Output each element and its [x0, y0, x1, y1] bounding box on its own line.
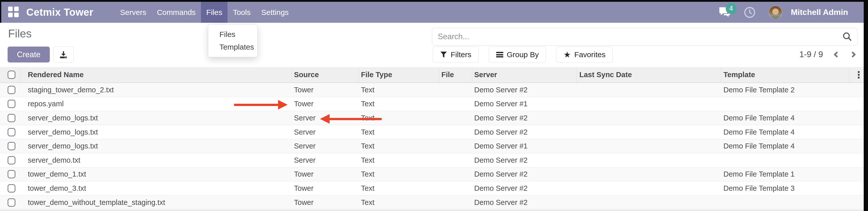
filters-button[interactable]: Filters [433, 47, 479, 63]
files-list-table: Rendered NameSourceFile TypeFileServerLa… [0, 67, 864, 209]
action-buttons: Create [8, 47, 73, 62]
dropdown-item-templates[interactable]: Templates [208, 41, 257, 53]
messages-button[interactable]: 4 [718, 6, 732, 19]
row-cell-server: Demo Server #2 [472, 83, 577, 97]
menu-item-settings[interactable]: Settings [256, 2, 294, 23]
header-cell-sync[interactable]: Last Sync Date [577, 67, 721, 83]
row-cell-spacer [849, 168, 864, 181]
row-checkbox[interactable] [8, 114, 16, 122]
row-cell-server: Demo Server #2 [472, 195, 577, 209]
page-title: Files [8, 27, 32, 40]
row-cell-spacer [849, 139, 864, 153]
row-cell-tmpl: Demo File Template 3 [721, 181, 849, 195]
row-cell-filetype: Text [359, 181, 439, 195]
row-checkbox[interactable] [8, 86, 16, 94]
files-dropdown-menu: FilesTemplates [208, 24, 257, 57]
apps-grid-square [8, 13, 13, 17]
user-avatar[interactable] [769, 6, 782, 19]
table-row[interactable]: server_demo_logs.txtServerTextDemo Serve… [0, 139, 864, 153]
top-navbar: Cetmix Tower ServersCommandsFilesToolsSe… [0, 2, 864, 23]
table-row[interactable]: server_demo_logs.txtServerTextDemo Serve… [0, 125, 864, 140]
dropdown-item-files[interactable]: Files [208, 28, 257, 41]
row-cell-source: Tower [292, 168, 359, 181]
pager-next-icon[interactable] [849, 51, 856, 57]
row-checkbox[interactable] [8, 184, 16, 192]
activities-icon[interactable] [743, 6, 756, 19]
menu-item-servers[interactable]: Servers [115, 2, 151, 23]
row-cell-source: Tower [292, 97, 359, 111]
app-brand[interactable]: Cetmix Tower [26, 7, 93, 18]
menu-item-files[interactable]: Files [201, 2, 227, 23]
row-cell-file [439, 139, 472, 153]
apps-grid-icon[interactable] [8, 7, 20, 18]
row-cell-sync [577, 139, 721, 153]
menu-item-tools[interactable]: Tools [227, 2, 256, 23]
row-cell-sync [577, 83, 721, 97]
screen: Cetmix Tower ServersCommandsFilesToolsSe… [0, 0, 868, 211]
row-checkbox[interactable] [8, 142, 16, 150]
row-cell-server: Demo Server #2 [472, 168, 577, 181]
favorites-button[interactable]: ★ Favorites [556, 47, 613, 63]
select-all-checkbox[interactable] [8, 70, 16, 79]
row-cell-tmpl: Demo File Template 1 [721, 168, 849, 181]
screen-right-border [864, 0, 868, 211]
row-cell-spacer [849, 97, 864, 111]
row-checkbox[interactable] [8, 198, 16, 207]
row-checkbox[interactable] [8, 128, 16, 137]
row-cell-source: Server [292, 153, 359, 167]
clock-icon [743, 6, 756, 19]
row-cell-tmpl: Demo File Template 4 [721, 111, 849, 125]
download-icon [59, 50, 68, 59]
row-cell-file [439, 168, 472, 181]
row-checkbox[interactable] [8, 100, 16, 108]
search-facets: Filters Group By ★ Favorites [433, 47, 613, 63]
table-row[interactable]: tower_demo_without_template_staging.txtT… [0, 195, 864, 210]
pager-previous-icon[interactable] [834, 51, 840, 57]
table-row[interactable]: staging_tower_demo_2.txtTowerTextDemo Se… [0, 83, 864, 97]
row-checkbox[interactable] [8, 170, 16, 178]
header-cell-server[interactable]: Server [472, 67, 577, 83]
row-cell-tmpl: Demo File Template 4 [721, 139, 849, 153]
search-input[interactable] [432, 28, 858, 46]
menu-item-commands[interactable]: Commands [152, 2, 201, 23]
messages-count-badge: 4 [726, 3, 737, 14]
user-menu[interactable]: Mitchell Admin [791, 8, 848, 17]
row-cell-name: repos.yaml [20, 97, 292, 111]
row-cell-filetype: Text [359, 153, 439, 167]
table-row[interactable]: tower_demo_3.txtTowerTextDemo Server #2D… [0, 181, 864, 195]
table-row[interactable]: server_demo.txtServerTextDemo Server #2 [0, 153, 864, 168]
row-cell-name: server_demo_logs.txt [20, 111, 292, 125]
header-cell-file[interactable]: File [439, 67, 472, 83]
header-cell-source[interactable]: Source [292, 67, 359, 83]
apps-grid-square [14, 7, 19, 11]
star-icon: ★ [563, 51, 571, 59]
header-cell-select-all [0, 67, 20, 83]
row-cell-source: Server [292, 111, 359, 125]
optional-columns-icon[interactable]: ⋮ [849, 67, 864, 83]
import-button[interactable] [53, 47, 73, 62]
row-checkbox[interactable] [8, 156, 16, 164]
header-cell-tmpl[interactable]: Template [721, 67, 849, 83]
table-row[interactable]: server_demo_logs.txtServerTextDemo Serve… [0, 111, 864, 125]
create-button[interactable]: Create [8, 47, 50, 62]
search-icon[interactable] [842, 31, 852, 42]
row-cell-select [0, 195, 20, 209]
row-cell-file [439, 97, 472, 111]
header-cell-name[interactable]: Rendered Name [20, 67, 292, 83]
row-cell-source: Tower [292, 83, 359, 97]
row-cell-source: Tower [292, 195, 359, 209]
group-by-button[interactable]: Group By [489, 47, 546, 63]
table-row[interactable]: repos.yamlTowerTextDemo Server #1 [0, 97, 864, 111]
row-cell-sync [577, 153, 721, 167]
row-cell-sync [577, 97, 721, 111]
header-cell-filetype[interactable]: File Type [359, 67, 439, 83]
row-cell-spacer [849, 83, 864, 97]
row-cell-select [0, 181, 20, 195]
screen-left-border [0, 0, 1, 23]
row-cell-filetype: Text [359, 111, 439, 125]
row-cell-file [439, 181, 472, 195]
row-cell-filetype: Text [359, 139, 439, 153]
apps-grid-square [8, 7, 13, 11]
table-row[interactable]: tower_demo_1.txtTowerTextDemo Server #2D… [0, 168, 864, 182]
row-cell-name: server_demo_logs.txt [20, 139, 292, 153]
